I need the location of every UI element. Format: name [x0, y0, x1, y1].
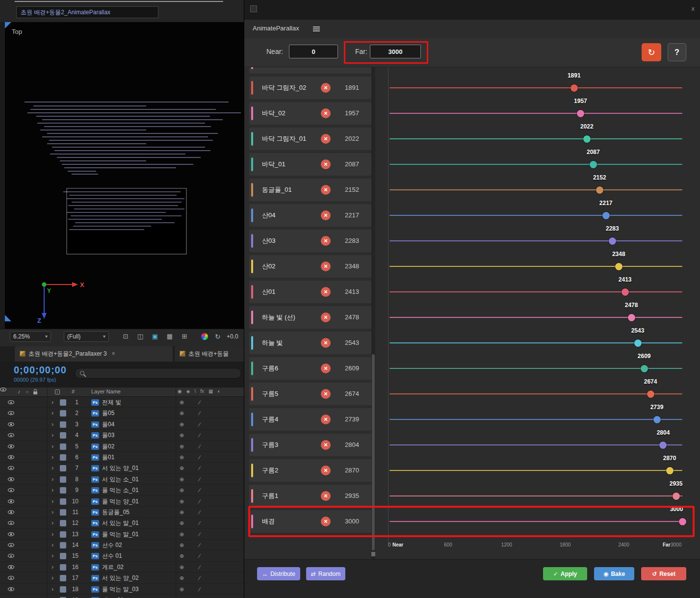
timeline-layer-row[interactable]: ›2Ps풀05⊕∕ — [0, 408, 244, 418]
refresh-view-icon[interactable]: ↻ — [215, 331, 221, 342]
lock-column-icon[interactable] — [33, 391, 37, 394]
depth-dot[interactable] — [609, 237, 616, 245]
timeline-layer-row[interactable]: ›7Ps서 있는 양_01⊕∕ — [0, 463, 244, 473]
remove-layer-button[interactable]: × — [321, 338, 331, 348]
depth-dot[interactable] — [653, 416, 661, 423]
layer-color-swatch[interactable] — [60, 542, 66, 548]
parallax-layer-row[interactable]: 산03×2283 — [249, 230, 372, 252]
parent-pickwhip-icon[interactable]: ⊕ — [180, 397, 184, 408]
layer-color-swatch[interactable] — [60, 509, 66, 516]
parent-pickwhip-icon[interactable]: ⊕ — [180, 540, 184, 550]
parent-pickwhip-icon[interactable]: ⊕ — [180, 595, 184, 598]
depth-dot[interactable] — [596, 186, 603, 194]
timeline-layer-row[interactable]: ›16Ps게르_02⊕∕ — [0, 562, 244, 572]
layer-search-input[interactable] — [75, 368, 241, 379]
timeline-layer-row[interactable]: ›14Ps선수 02⊕∕ — [0, 540, 244, 550]
timeline-tab[interactable]: 초원 배경+동물 — [175, 346, 244, 362]
timeline-layer-row[interactable]: ›6Ps풀01⊕∕ — [0, 452, 244, 463]
magnification-dropdown[interactable]: 6.25%▾ — [10, 331, 51, 342]
expand-chevron[interactable]: › — [52, 419, 53, 430]
visibility-toggle[interactable] — [8, 466, 14, 470]
visibility-column-icon[interactable] — [0, 388, 6, 391]
parallax-layer-row[interactable]: × — [249, 67, 372, 74]
visibility-toggle[interactable] — [8, 477, 14, 481]
layer-color-swatch[interactable] — [60, 564, 66, 571]
parent-pickwhip-icon[interactable]: ⊕ — [180, 507, 184, 518]
remove-layer-button[interactable]: × — [321, 389, 331, 399]
expand-chevron[interactable]: › — [52, 518, 53, 528]
expand-chevron[interactable]: › — [52, 496, 53, 507]
timeline-layer-row[interactable]: ›15Ps선수 01⊕∕ — [0, 550, 244, 561]
composition-viewport[interactable]: Top X Z Y — [5, 22, 244, 329]
remove-layer-button[interactable]: × — [321, 159, 331, 169]
depth-dot[interactable] — [679, 518, 686, 525]
layer-color-swatch[interactable] — [60, 465, 66, 471]
remove-layer-button[interactable]: × — [321, 440, 331, 450]
parent-pickwhip-icon[interactable]: ⊕ — [180, 419, 184, 430]
depth-dot[interactable] — [590, 161, 597, 168]
visibility-toggle[interactable] — [8, 510, 14, 514]
timeline-layer-row[interactable]: ›3Ps풀04⊕∕ — [0, 419, 244, 430]
visibility-toggle[interactable] — [8, 543, 14, 547]
viewport-tool-icon[interactable]: ▦ — [164, 331, 176, 342]
label-column-icon[interactable] — [55, 390, 60, 394]
depth-dot[interactable] — [602, 212, 610, 219]
remove-layer-button[interactable]: × — [321, 491, 331, 501]
depth-dot[interactable] — [628, 314, 635, 321]
expand-chevron[interactable]: › — [52, 529, 53, 540]
parallax-layer-row[interactable]: 하늘 빛 (선)×2478 — [249, 306, 372, 329]
expand-chevron[interactable]: › — [52, 474, 53, 485]
timeline-layer-row[interactable]: ›1Ps전체 빛⊕∕ — [0, 397, 244, 408]
parent-pickwhip-icon[interactable]: ⊕ — [180, 474, 184, 485]
reset-button[interactable]: ↺Reset — [641, 567, 686, 580]
timeline-layer-row[interactable]: ›4Ps풀03⊕∕ — [0, 430, 244, 441]
bake-button[interactable]: ◉Bake — [594, 567, 634, 580]
expand-chevron[interactable]: › — [52, 397, 53, 408]
remove-layer-button[interactable]: × — [321, 236, 331, 246]
parent-pickwhip-icon[interactable]: ⊕ — [180, 496, 184, 507]
parallax-layer-row[interactable]: 구름4×2739 — [249, 408, 372, 431]
parallax-layer-row[interactable]: 동글풀_01×2152 — [249, 179, 372, 201]
visibility-toggle[interactable] — [8, 411, 14, 415]
parent-pickwhip-icon[interactable]: ⊕ — [180, 463, 184, 473]
layer-color-swatch[interactable] — [60, 575, 66, 581]
timeline-layer-row[interactable]: ›19Ps게르_01⊕∕ — [0, 595, 244, 598]
distribute-button[interactable]: ↔Distribute — [257, 567, 300, 580]
expand-chevron[interactable]: › — [52, 572, 53, 583]
parallax-layer-row[interactable]: 구름1×2935 — [249, 485, 372, 507]
visibility-toggle[interactable] — [8, 565, 14, 569]
visibility-toggle[interactable] — [8, 576, 14, 580]
expand-chevron[interactable]: › — [52, 550, 53, 561]
timeline-tab-active[interactable]: 초원 배경+동물2_Parallaxer 3× — [15, 346, 173, 362]
audio-column-icon[interactable]: ♪ — [18, 389, 21, 394]
layer-color-swatch[interactable] — [60, 443, 66, 450]
depth-dot[interactable] — [615, 263, 622, 270]
timeline-layer-row[interactable]: ›10Ps풀 먹는 양_01⊕∕ — [0, 496, 244, 507]
expand-chevron[interactable]: › — [52, 408, 53, 418]
remove-layer-button[interactable]: × — [321, 287, 331, 297]
remove-layer-button[interactable]: × — [321, 210, 331, 220]
depth-dot[interactable] — [673, 493, 680, 500]
resolution-dropdown[interactable]: (Full)▾ — [64, 331, 109, 342]
depth-dot[interactable] — [577, 110, 584, 117]
depth-dot[interactable] — [622, 288, 629, 296]
parallax-layer-row[interactable]: 바닥_02×1957 — [249, 102, 372, 125]
layer-color-swatch[interactable] — [60, 476, 66, 483]
parallax-layer-row[interactable]: 바닥 그림자_02×1891 — [249, 77, 372, 99]
layer-color-swatch[interactable] — [60, 498, 66, 505]
parent-pickwhip-icon[interactable]: ⊕ — [180, 550, 184, 561]
current-timecode[interactable]: 0;00;00;00 — [14, 364, 67, 376]
parent-pickwhip-icon[interactable]: ⊕ — [180, 485, 184, 495]
visibility-toggle[interactable] — [8, 499, 14, 503]
remove-layer-button[interactable]: × — [321, 312, 331, 322]
refresh-layers-button[interactable]: ↻ — [642, 43, 661, 61]
remove-layer-button[interactable]: × — [321, 108, 331, 118]
visibility-toggle[interactable] — [8, 400, 14, 404]
depth-dot[interactable] — [570, 84, 578, 92]
parallax-layer-row[interactable]: 구름5×2674 — [249, 383, 372, 405]
parallax-layer-row[interactable]: 바닥_01×2087 — [249, 153, 372, 176]
layer-color-swatch[interactable] — [60, 487, 66, 494]
depth-dot[interactable] — [647, 390, 654, 398]
timeline-layer-row[interactable]: ›13Ps풀 먹는 말_01⊕∕ — [0, 529, 244, 540]
scrollbar-grip[interactable] — [371, 552, 375, 556]
